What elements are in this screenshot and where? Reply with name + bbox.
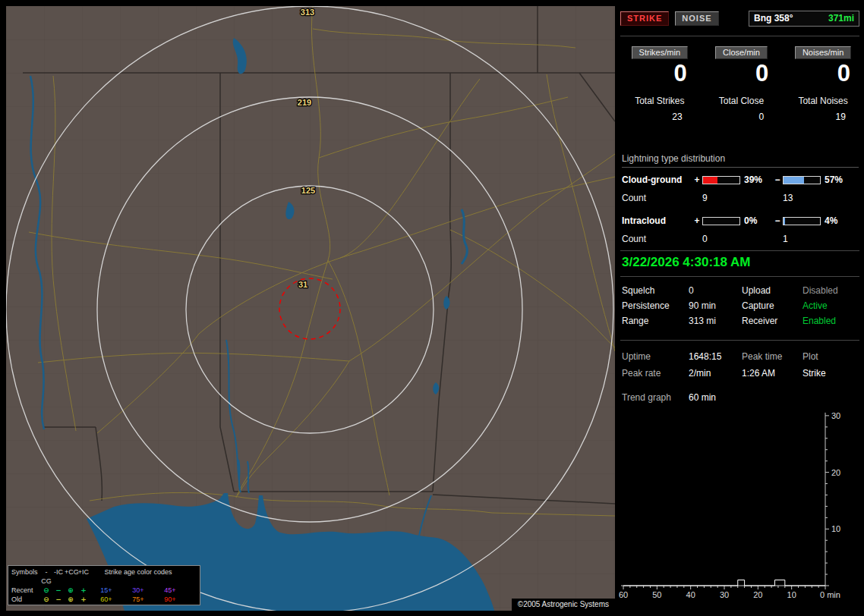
ring-label-313: 313 [301,8,314,17]
svg-text:10: 10 [787,590,796,599]
legend-col-header-ncg: -CG [40,567,52,586]
svg-text:0 min: 0 min [820,590,840,599]
trend-graph-header: Trend graph 60 min [622,390,859,405]
ring-label-125: 125 [301,186,315,195]
settings-block: Squelch 0 Upload Disabled Persistence 90… [622,283,859,328]
persistence-value: 90 min [689,300,742,311]
pos-cg-symbol: ⊕ [65,586,77,595]
svg-text:50: 50 [652,590,661,599]
status-row: Peak rate 2/min 1:26 AM Strike [622,365,859,382]
noise-mode-button[interactable]: NOISE [675,11,718,26]
age-badge: 15+ [90,586,122,595]
upload-status: Disabled [803,285,859,296]
age-badge: 75+ [122,595,154,604]
distance-value: 371mi [828,13,854,24]
bearing-readout: Bng 358° 371mi [749,11,859,27]
noises-per-min-button[interactable]: Noises/min [795,46,851,59]
cg-positive-bar-fill [703,177,717,184]
ic-positive-bar [702,217,740,225]
uptime-label: Uptime [622,351,689,362]
total-noises-value: 19 [836,112,864,122]
date-time-display: 3/22/2026 4:30:18 AM [622,255,750,270]
peak-rate-value: 2/min [689,368,742,379]
close-per-min-button[interactable]: Close/min [715,46,768,59]
receiver-label: Receiver [742,316,803,326]
status-block: Uptime 1648:15 Peak time Plot Peak rate … [622,348,859,382]
map-art: 313 219 125 31 [6,6,615,611]
close-column: Close/min 0 Total Close 0 [701,46,783,122]
total-close-label: Total Close [719,96,764,106]
ring-label-219: 219 [298,98,311,107]
svg-text:10: 10 [831,524,840,533]
lightning-type-distribution: Lightning type distribution Cloud-ground… [622,153,859,248]
total-strikes-value: 23 [672,112,700,122]
noises-column: Noises/min 0 Total Noises 19 [782,46,864,122]
persistence-label: Persistence [622,300,689,311]
range-value: 313 mi [689,316,742,326]
peak-rate-label: Peak rate [622,368,689,379]
age-badge: 45+ [154,586,186,595]
neg-cg-symbol: ⊖ [40,586,52,595]
uptime-value: 1648:15 [689,351,742,362]
plot-value: Strike [803,368,859,379]
svg-text:60: 60 [619,590,628,599]
mode-header: STRIKE NOISE Bng 358° 371mi [620,11,859,27]
age-badge: 60+ [90,595,122,604]
cloud-ground-count-row: Count 9 13 [622,189,859,207]
total-close-value: 0 [759,112,783,122]
strikes-per-min-button[interactable]: Strikes/min [632,46,688,59]
intracloud-label: Intracloud [622,215,692,226]
settings-row: Range 313 mi Receiver Enabled [622,313,859,328]
minus-sign: − [772,174,783,185]
capture-status: Active [803,300,859,311]
pos-ic-symbol: + [77,586,90,595]
legend-col-header-nic: -IC [52,567,65,586]
ic-negative-pct: 4% [821,215,850,226]
pos-ic-symbol: + [77,595,90,604]
svg-text:40: 40 [686,590,695,599]
cg-positive-pct: 39% [740,174,772,185]
legend-symbols-title: Symbols [10,567,40,586]
capture-label: Capture [742,300,803,311]
squelch-label: Squelch [622,285,689,296]
settings-row: Persistence 90 min Capture Active [622,298,859,313]
ic-negative-count: 1 [783,234,821,244]
legend-row-label: Old [10,595,40,604]
strike-mode-button[interactable]: STRIKE [620,11,669,26]
svg-text:20: 20 [831,468,840,477]
total-strikes-label: Total Strikes [635,96,684,106]
legend-row-label: Recent [10,586,40,595]
ic-positive-count: 0 [702,234,740,244]
sidebar: STRIKE NOISE Bng 358° 371mi Strikes/min … [619,0,864,616]
minus-sign: − [772,215,783,226]
close-per-min-value: 0 [755,61,782,86]
age-badge: 90+ [154,595,186,604]
divider [620,276,859,277]
cg-negative-bar [783,176,821,184]
lightning-map[interactable]: 313 219 125 31 Symbols -CG -IC +CG +IC S… [6,6,615,611]
cg-positive-count: 9 [702,193,740,203]
settings-row: Squelch 0 Upload Disabled [622,283,859,298]
squelch-value: 0 [689,285,742,296]
svg-text:30: 30 [720,590,729,599]
neg-ic-symbol: − [52,586,65,595]
status-row: Uptime 1648:15 Peak time Plot [622,348,859,365]
divider [620,36,859,36]
cg-positive-bar [702,176,740,184]
plot-label: Plot [803,351,859,362]
neg-ic-symbol: − [52,595,65,604]
trend-graph-label: Trend graph [622,392,689,403]
ring-label-31: 31 [298,280,307,289]
legend-col-header-pic: +IC [77,567,90,586]
distribution-title: Lightning type distribution [622,153,859,168]
cloud-ground-label: Cloud-ground [622,174,692,185]
legend-age-title: Strike age color codes [90,567,186,586]
total-noises-label: Total Noises [798,96,847,106]
cloud-ground-row: Cloud-ground + 39% − 57% [622,171,859,189]
cg-negative-bar-fill [784,177,804,184]
ic-negative-bar [783,217,821,225]
upload-label: Upload [742,285,803,296]
trend-graph-window: 60 min [689,392,859,403]
count-label: Count [622,193,692,203]
count-label: Count [622,234,692,244]
